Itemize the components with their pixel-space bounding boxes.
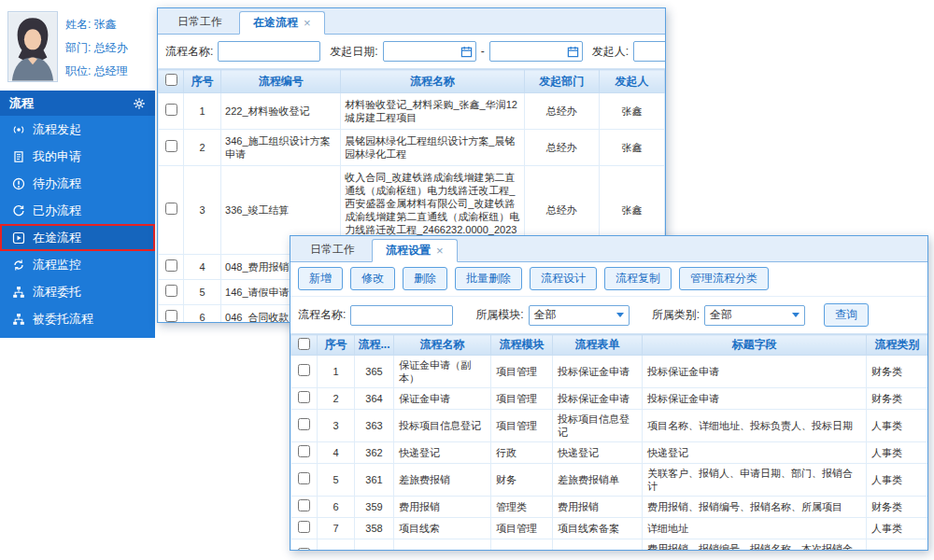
cell-category: 财务类	[867, 356, 928, 388]
toolbar-button[interactable]: 管理流程分类	[679, 267, 769, 290]
calendar-icon[interactable]	[567, 46, 579, 58]
sidebar-item-process-monitoring[interactable]: 流程监控	[0, 251, 155, 278]
cell-category: 财务类	[867, 539, 928, 552]
start-date-label: 发起日期:	[330, 44, 377, 60]
sidebar-item-in-transit-processes[interactable]: 在途流程	[0, 224, 155, 251]
row-checkbox[interactable]	[298, 445, 310, 457]
row-checkbox[interactable]	[298, 548, 310, 551]
sidebar-item-completed-processes[interactable]: 已办流程	[0, 197, 155, 224]
row-checkbox[interactable]	[298, 364, 310, 376]
tab-daily-work[interactable]: 日常工作	[296, 238, 369, 261]
row-checkbox[interactable]	[165, 285, 177, 297]
sidebar-item-process-start[interactable]: 流程发起	[0, 116, 155, 143]
column-header: 序号	[318, 335, 355, 356]
table-row[interactable]: 5 361 差旅费报销 财务 差旅费报销单 关联客户、报销人、申请日期、部门、报…	[291, 464, 928, 497]
sidebar-section-title: 流程	[9, 95, 34, 112]
toolbar-button[interactable]: 新增	[298, 267, 343, 290]
cell-form: 投标项目信息登记	[553, 410, 643, 442]
cell-title-field: 投标保证金申请	[643, 356, 867, 388]
cell-form: 投标保证金申请	[553, 388, 643, 410]
profile-position: 职位: 总经理	[65, 60, 128, 83]
cell-module: 管理类	[491, 497, 553, 518]
cell-process-code: 346_施工组织设计方案申请	[221, 130, 341, 166]
sidebar-item-label: 在途流程	[33, 230, 81, 246]
table-row[interactable]: 2 364 保证金申请 项目管理 投标保证金申请 投标保证金申请 财务类	[291, 388, 928, 410]
close-icon[interactable]: ×	[304, 12, 311, 34]
tab-in-transit-processes[interactable]: 在途流程 ×	[239, 11, 325, 35]
sidebar-item-pending-processes[interactable]: 待办流程	[0, 170, 155, 197]
query-button[interactable]: 查询	[824, 303, 869, 327]
column-header: 流程模块	[491, 335, 553, 356]
gear-icon[interactable]	[133, 97, 146, 110]
table-row[interactable]: 1 365 保证金申请（副本） 项目管理 投标保证金申请 投标保证金申请 财务类	[291, 356, 928, 388]
table-row[interactable]: 6 359 费用报销 管理类 费用报销 费用报销、报销编号、报销名称、所属项目 …	[291, 497, 928, 518]
tab-process-settings[interactable]: 流程设置 ×	[372, 239, 458, 262]
table-row[interactable]: 1 222_材料验收登记 材料验收登记_材料采购_张鑫_华润12城房建工程项目 …	[159, 93, 665, 130]
sidebar-item-delegated-processes[interactable]: 被委托流程	[0, 305, 155, 332]
toolbar-button[interactable]: 删除	[403, 267, 447, 290]
row-checkbox-cell	[291, 539, 318, 552]
row-checkbox[interactable]	[165, 310, 177, 322]
toolbar-button[interactable]: 批量删除	[455, 267, 522, 290]
cell-category: 人事类	[867, 410, 928, 442]
cell-process-name: 晨铭园林绿化工程组织设计方案_晨铭园林绿化工程	[341, 130, 524, 166]
close-icon[interactable]: ×	[436, 240, 444, 261]
cell-process-code: 363	[355, 410, 394, 442]
date-separator: -	[481, 45, 485, 58]
cell-form: 费用报销	[553, 497, 643, 518]
desktop: { "sidebar": { "profile": { "name": "姓名:…	[0, 0, 934, 560]
category-select-value: 全部	[710, 307, 732, 323]
row-checkbox-cell	[291, 518, 318, 539]
row-checkbox[interactable]	[165, 259, 177, 272]
select-all-checkbox[interactable]	[165, 74, 177, 86]
module-select[interactable]: 全部	[529, 305, 630, 326]
initiator-input[interactable]	[633, 41, 666, 62]
sync-icon	[12, 259, 25, 272]
cell-no: 3	[184, 166, 221, 255]
tab-daily-work[interactable]: 日常工作	[163, 10, 236, 34]
table-row[interactable]: 4 362 快递登记 行政 快递登记 快递登记 人事类	[291, 442, 928, 464]
cell-category: 人事类	[867, 518, 928, 539]
table-row[interactable]: 7 358 项目线索 项目管理 项目线索备案 详细地址 人事类	[291, 518, 928, 539]
category-select[interactable]: 全部	[704, 305, 805, 326]
row-checkbox[interactable]	[298, 499, 310, 511]
process-settings-table: 序号 流程... 流程名称 流程模块 流程表单 标题字段 流程类别	[290, 334, 928, 551]
profile-photo	[7, 11, 58, 82]
chevron-down-icon	[616, 313, 624, 317]
row-checkbox-cell	[291, 442, 318, 464]
sidebar-item-process-delegation[interactable]: 流程委托	[0, 278, 155, 305]
row-checkbox-cell	[291, 388, 318, 410]
table-header-row: 序号 流程编号 流程名称 发起部门 发起人	[159, 70, 665, 93]
toolbar-button[interactable]: 修改	[350, 267, 395, 290]
row-checkbox[interactable]	[165, 104, 177, 116]
broadcast-icon	[12, 123, 25, 136]
row-checkbox[interactable]	[298, 521, 310, 533]
toolbar-button[interactable]: 流程设计	[530, 267, 597, 290]
process-name-input[interactable]	[350, 305, 453, 326]
process-name-input[interactable]	[218, 41, 320, 62]
process-settings-window: 日常工作 流程设置 × 新增 修改 删除 批量删除 流程设计 流程复制 管理流程…	[290, 235, 928, 551]
cell-title-field: 费用报销、报销编号、报销名称、本次报销金额	[643, 539, 867, 552]
row-checkbox[interactable]	[165, 140, 177, 152]
toolbar-button[interactable]: 流程复制	[604, 267, 672, 290]
cell-category: 财务类	[867, 497, 928, 518]
table-row[interactable]: 2 346_施工组织设计方案申请 晨铭园林绿化工程组织设计方案_晨铭园林绿化工程…	[159, 130, 665, 166]
row-checkbox-cell	[159, 255, 184, 280]
row-checkbox[interactable]	[165, 203, 177, 215]
sidebar-item-label: 已办流程	[33, 203, 81, 219]
select-all-checkbox[interactable]	[298, 338, 310, 350]
table-row[interactable]: 3 363 投标项目信息登记 项目管理 投标项目信息登记 项目名称、详细地址、投…	[291, 410, 928, 442]
cell-module: 项目管理	[491, 356, 553, 388]
row-checkbox[interactable]	[298, 418, 310, 430]
cell-category: 人事类	[867, 464, 928, 497]
calendar-icon[interactable]	[460, 46, 473, 58]
cell-category: 财务类	[867, 388, 928, 410]
initiator-label: 发起人:	[592, 44, 629, 60]
cell-process-name: 保证金申请（副本）	[394, 356, 491, 388]
cell-no: 6	[184, 305, 221, 324]
row-checkbox[interactable]	[298, 391, 310, 403]
cell-module: 行政	[491, 442, 553, 464]
sidebar-item-my-applications[interactable]: 我的申请	[0, 143, 155, 170]
row-checkbox[interactable]	[298, 472, 310, 484]
table-row[interactable]: 8 357 测试费用报销 财务 费用报销 费用报销、报销编号、报销名称、本次报销…	[291, 539, 928, 552]
